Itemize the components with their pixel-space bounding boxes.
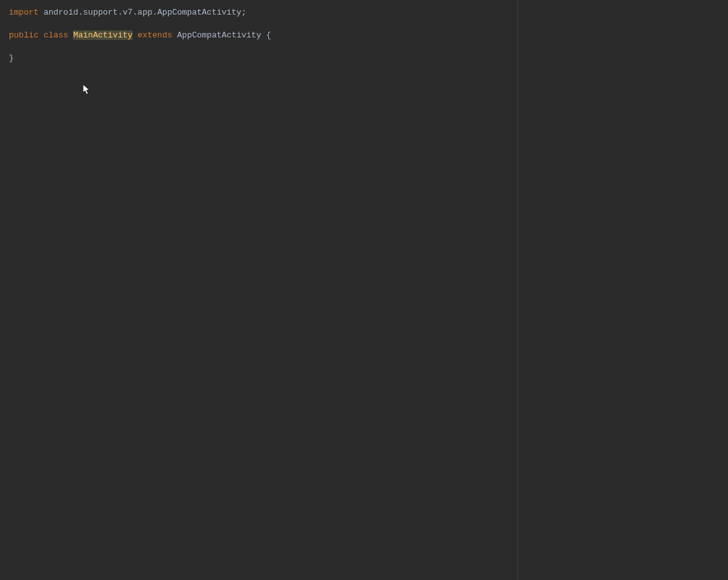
import-package: android.support.v7.app.AppCompatActivity bbox=[44, 8, 242, 17]
open-brace: { bbox=[266, 30, 271, 40]
keyword-extends: extends bbox=[138, 30, 172, 40]
keyword-public: public bbox=[9, 30, 39, 40]
keyword-class: class bbox=[44, 30, 68, 40]
code-line-1[interactable]: import android.support.v7.app.AppCompatA… bbox=[9, 7, 728, 18]
class-name-main: MainActivity bbox=[73, 30, 133, 40]
close-brace: } bbox=[9, 53, 14, 63]
code-line-5[interactable]: } bbox=[9, 53, 728, 64]
code-editor-area[interactable]: import android.support.v7.app.AppCompatA… bbox=[6, 0, 728, 580]
super-class-name: AppCompatActivity bbox=[177, 30, 261, 40]
keyword-import: import bbox=[9, 8, 39, 17]
code-line-3[interactable]: public class MainActivity extends AppCom… bbox=[9, 30, 728, 41]
code-line-4[interactable] bbox=[9, 41, 728, 53]
right-margin-guide bbox=[517, 0, 518, 580]
editor-gutter bbox=[0, 0, 6, 580]
code-line-2[interactable] bbox=[9, 18, 728, 30]
editor-container: import android.support.v7.app.AppCompatA… bbox=[0, 0, 728, 580]
mouse-cursor-icon bbox=[83, 84, 91, 96]
code-content[interactable]: import android.support.v7.app.AppCompatA… bbox=[9, 7, 728, 64]
